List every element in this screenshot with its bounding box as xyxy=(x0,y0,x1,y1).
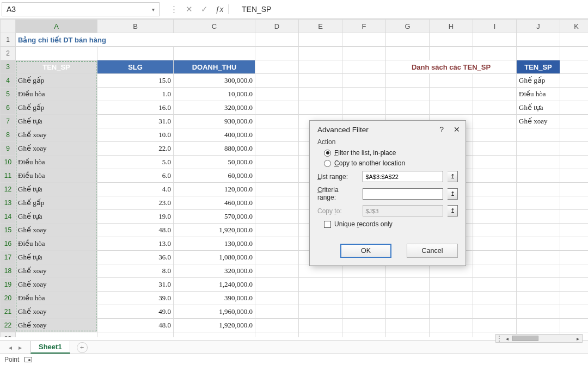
cell[interactable] xyxy=(342,305,386,319)
cell[interactable] xyxy=(517,210,560,224)
cell[interactable] xyxy=(299,33,342,47)
column-header[interactable]: K xyxy=(560,20,589,33)
cell[interactable] xyxy=(560,292,589,305)
cell[interactable] xyxy=(473,88,517,101)
cell[interactable]: 6.0 xyxy=(97,169,174,183)
cell[interactable]: TEN_SP xyxy=(517,60,560,74)
cell[interactable] xyxy=(342,319,386,332)
cell[interactable]: 10.0 xyxy=(97,128,174,142)
cell[interactable]: 36.0 xyxy=(97,251,174,264)
cell[interactable] xyxy=(517,33,560,47)
row-header[interactable]: 4 xyxy=(1,74,16,88)
cell[interactable] xyxy=(174,332,255,338)
fx-icon[interactable]: ƒx xyxy=(212,5,227,14)
cell[interactable] xyxy=(342,264,386,278)
name-box[interactable]: A3 ▾ xyxy=(2,2,160,16)
cell[interactable] xyxy=(517,319,560,332)
cell[interactable] xyxy=(255,210,299,224)
cell[interactable] xyxy=(255,196,299,210)
cell[interactable] xyxy=(342,74,386,88)
cell[interactable] xyxy=(299,278,342,292)
cell[interactable]: 5.0 xyxy=(97,156,174,169)
cell[interactable] xyxy=(299,319,342,332)
row-header[interactable]: 1 xyxy=(1,33,16,47)
cell[interactable]: Ghế tựa xyxy=(16,115,97,128)
cell[interactable] xyxy=(255,183,299,196)
cell[interactable]: Ghế tựa xyxy=(16,183,97,196)
cell[interactable]: 1,960,000.0 xyxy=(174,305,255,319)
cell[interactable] xyxy=(473,169,517,183)
cell[interactable]: 930,000.0 xyxy=(174,115,255,128)
cell[interactable] xyxy=(386,305,430,319)
cell[interactable] xyxy=(342,33,386,47)
cell[interactable]: 19.0 xyxy=(97,210,174,224)
cell[interactable]: Điều hòa xyxy=(517,88,560,101)
cell[interactable] xyxy=(430,332,473,338)
cell[interactable] xyxy=(299,88,342,101)
cell[interactable]: Điều hòa xyxy=(16,292,97,305)
name-box-dropdown-icon[interactable]: ▾ xyxy=(152,7,155,13)
formula-bar-value[interactable]: TEN_SP xyxy=(230,5,588,14)
cell[interactable] xyxy=(255,128,299,142)
cell[interactable]: Ghế xoay xyxy=(16,278,97,292)
list-range-collapse-icon[interactable]: ↥ xyxy=(448,171,458,182)
row-header[interactable]: 6 xyxy=(1,101,16,115)
cell[interactable] xyxy=(255,332,299,338)
cell[interactable] xyxy=(16,332,97,338)
cell[interactable]: 400,000.0 xyxy=(174,128,255,142)
cell[interactable] xyxy=(299,305,342,319)
cell[interactable]: 1,080,000.0 xyxy=(174,251,255,264)
formula-cancel-icon[interactable]: ✕ xyxy=(181,4,197,14)
column-header[interactable]: D xyxy=(255,20,299,33)
cell[interactable] xyxy=(255,319,299,332)
cell[interactable]: 8.0 xyxy=(97,264,174,278)
cell[interactable]: Điều hòa xyxy=(16,237,97,251)
cell[interactable] xyxy=(517,128,560,142)
cell[interactable] xyxy=(473,47,517,60)
cell[interactable]: 1.0 xyxy=(97,88,174,101)
cell[interactable] xyxy=(560,264,589,278)
cell[interactable] xyxy=(517,196,560,210)
cell[interactable]: Điều hòa xyxy=(16,156,97,169)
cell[interactable] xyxy=(560,101,589,115)
row-header[interactable]: 8 xyxy=(1,128,16,142)
radio-filter-in-place[interactable]: Filter the list, in-place xyxy=(324,149,458,157)
dialog-help-icon[interactable]: ? xyxy=(439,125,444,134)
hscroll-thumb[interactable] xyxy=(512,336,538,341)
cell[interactable] xyxy=(386,88,430,101)
cell[interactable] xyxy=(299,101,342,115)
cell[interactable]: Ghế gấp xyxy=(517,74,560,88)
cell[interactable]: SLG xyxy=(97,60,174,74)
new-sheet-button[interactable]: + xyxy=(77,342,88,353)
cell[interactable] xyxy=(255,60,299,74)
cell[interactable] xyxy=(473,128,517,142)
cell[interactable] xyxy=(255,251,299,264)
cell[interactable] xyxy=(255,224,299,237)
cell[interactable] xyxy=(255,305,299,319)
cell[interactable] xyxy=(517,251,560,264)
cell[interactable]: 570,000.0 xyxy=(174,210,255,224)
cell[interactable] xyxy=(473,74,517,88)
cell[interactable]: 1,240,000.0 xyxy=(174,278,255,292)
dialog-titlebar[interactable]: Advanced Filter ? ✕ xyxy=(310,121,465,137)
criteria-range-input[interactable] xyxy=(363,188,443,200)
sheet-tab[interactable]: Sheet1 xyxy=(30,341,70,354)
cell[interactable]: 49.0 xyxy=(97,305,174,319)
column-header[interactable]: B xyxy=(97,20,174,33)
row-header[interactable]: 3 xyxy=(1,60,16,74)
column-header[interactable]: I xyxy=(473,20,517,33)
cell[interactable] xyxy=(473,292,517,305)
cell[interactable] xyxy=(430,264,473,278)
cell[interactable] xyxy=(255,115,299,128)
cell[interactable] xyxy=(517,156,560,169)
row-header[interactable]: 18 xyxy=(1,264,16,278)
list-range-input[interactable] xyxy=(363,171,443,182)
cell[interactable] xyxy=(560,33,589,47)
cell[interactable]: Ghế xoay xyxy=(16,142,97,156)
spreadsheet-grid[interactable]: ABCDEFGHIJK 1Bảng chi tiết DT bán hàng23… xyxy=(0,19,588,337)
cell[interactable] xyxy=(473,210,517,224)
cell[interactable] xyxy=(560,169,589,183)
cell[interactable] xyxy=(560,156,589,169)
cell[interactable]: 16.0 xyxy=(97,101,174,115)
cell[interactable] xyxy=(517,47,560,60)
